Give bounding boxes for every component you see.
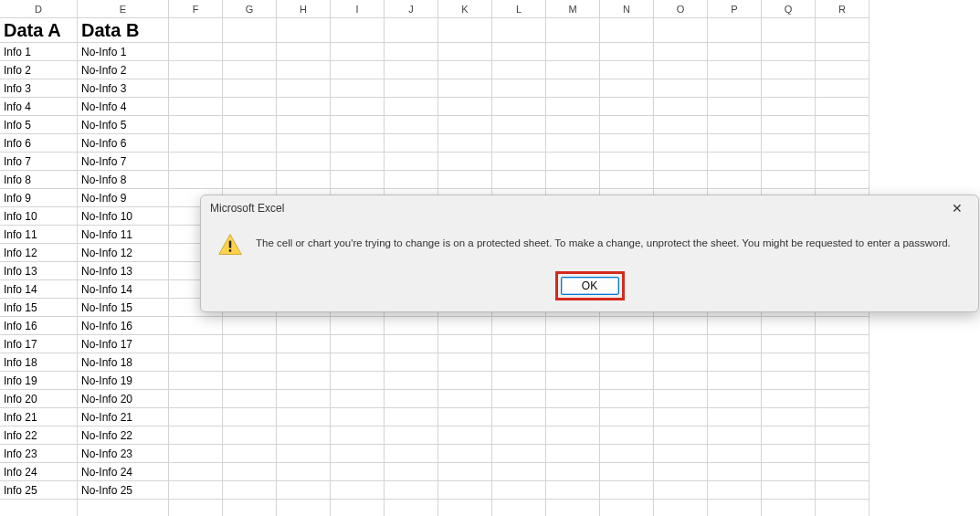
- cell[interactable]: [762, 98, 816, 116]
- cell[interactable]: [708, 408, 762, 426]
- cell[interactable]: No-Info 9: [78, 189, 169, 207]
- cell[interactable]: [0, 500, 78, 516]
- cell[interactable]: [438, 335, 492, 353]
- cell[interactable]: [600, 353, 654, 372]
- cell[interactable]: No-Info 25: [78, 481, 169, 500]
- cell[interactable]: Info 8: [0, 171, 78, 189]
- cell[interactable]: [654, 18, 708, 43]
- cell[interactable]: [708, 79, 762, 98]
- cell[interactable]: [708, 445, 762, 463]
- cell[interactable]: [169, 317, 223, 335]
- column-header-K[interactable]: K: [438, 0, 492, 18]
- cell[interactable]: [654, 390, 708, 408]
- cell[interactable]: [654, 317, 708, 335]
- cell[interactable]: [708, 335, 762, 353]
- cell[interactable]: [708, 481, 762, 500]
- cell[interactable]: [762, 445, 816, 463]
- cell[interactable]: [654, 116, 708, 134]
- cell[interactable]: [762, 61, 816, 79]
- cell[interactable]: [331, 153, 385, 171]
- column-header-Q[interactable]: Q: [762, 0, 816, 18]
- cell[interactable]: [546, 61, 600, 79]
- cell[interactable]: [654, 481, 708, 500]
- cell[interactable]: [277, 481, 331, 500]
- cell[interactable]: No-Info 3: [78, 79, 169, 98]
- cell[interactable]: [654, 500, 708, 516]
- cell[interactable]: [223, 426, 277, 445]
- cell[interactable]: Info 14: [0, 280, 78, 299]
- cell[interactable]: [438, 500, 492, 516]
- cell[interactable]: [438, 116, 492, 134]
- cell[interactable]: [331, 98, 385, 116]
- cell[interactable]: Info 23: [0, 445, 78, 463]
- cell[interactable]: [385, 43, 438, 61]
- cell[interactable]: [438, 426, 492, 445]
- cell[interactable]: [169, 153, 223, 171]
- cell[interactable]: [223, 463, 277, 481]
- column-header-O[interactable]: O: [654, 0, 708, 18]
- cell[interactable]: [331, 353, 385, 372]
- cell[interactable]: [492, 116, 546, 134]
- column-header-L[interactable]: L: [492, 0, 546, 18]
- cell[interactable]: Info 4: [0, 98, 78, 116]
- cell[interactable]: [492, 43, 546, 61]
- cell[interactable]: [546, 171, 600, 189]
- cell[interactable]: [223, 98, 277, 116]
- cell[interactable]: [654, 353, 708, 372]
- cell[interactable]: [223, 500, 277, 516]
- cell[interactable]: Info 22: [0, 426, 78, 445]
- cell[interactable]: [816, 463, 869, 481]
- cell[interactable]: [708, 500, 762, 516]
- cell[interactable]: Info 19: [0, 372, 78, 390]
- cell[interactable]: [816, 317, 869, 335]
- cell[interactable]: [654, 445, 708, 463]
- cell[interactable]: Info 21: [0, 408, 78, 426]
- cell[interactable]: No-Info 14: [78, 280, 169, 299]
- cell[interactable]: [600, 372, 654, 390]
- column-header-M[interactable]: M: [546, 0, 600, 18]
- cell[interactable]: [600, 171, 654, 189]
- cell[interactable]: [331, 408, 385, 426]
- cell[interactable]: [169, 43, 223, 61]
- cell[interactable]: [223, 61, 277, 79]
- cell[interactable]: [277, 500, 331, 516]
- cell[interactable]: [600, 463, 654, 481]
- cell[interactable]: [816, 426, 869, 445]
- cell[interactable]: [331, 500, 385, 516]
- cell[interactable]: [385, 426, 438, 445]
- cell[interactable]: [762, 335, 816, 353]
- cell[interactable]: [331, 79, 385, 98]
- cell[interactable]: [277, 171, 331, 189]
- cell[interactable]: [762, 500, 816, 516]
- cell[interactable]: [708, 390, 762, 408]
- cell[interactable]: [654, 426, 708, 445]
- column-header-G[interactable]: G: [223, 0, 277, 18]
- cell[interactable]: No-Info 1: [78, 43, 169, 61]
- cell[interactable]: [331, 18, 385, 43]
- cell[interactable]: [169, 116, 223, 134]
- cell[interactable]: [169, 408, 223, 426]
- cell[interactable]: [277, 372, 331, 390]
- cell[interactable]: Info 5: [0, 116, 78, 134]
- ok-button[interactable]: OK: [561, 277, 619, 295]
- cell[interactable]: Info 2: [0, 61, 78, 79]
- cell[interactable]: [223, 353, 277, 372]
- cell[interactable]: [223, 43, 277, 61]
- cell[interactable]: [385, 317, 438, 335]
- cell[interactable]: [816, 134, 869, 153]
- cell[interactable]: [816, 43, 869, 61]
- cell[interactable]: No-Info 18: [78, 353, 169, 372]
- cell[interactable]: [600, 116, 654, 134]
- cell[interactable]: [438, 61, 492, 79]
- cell[interactable]: [762, 390, 816, 408]
- cell[interactable]: [492, 426, 546, 445]
- cell[interactable]: [816, 61, 869, 79]
- cell[interactable]: [169, 335, 223, 353]
- cell[interactable]: [385, 445, 438, 463]
- cell[interactable]: [331, 445, 385, 463]
- cell[interactable]: [277, 335, 331, 353]
- cell[interactable]: [277, 116, 331, 134]
- cell[interactable]: [816, 372, 869, 390]
- cell[interactable]: [762, 372, 816, 390]
- column-header-R[interactable]: R: [816, 0, 869, 18]
